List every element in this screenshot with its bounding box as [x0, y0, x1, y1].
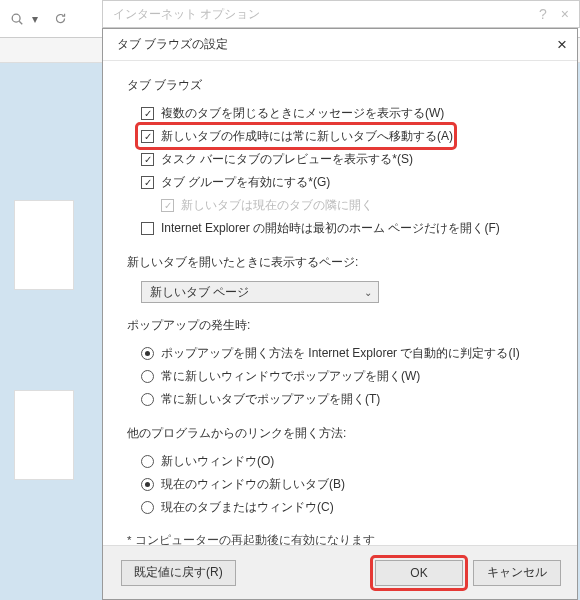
restart-footnote: * コンピューターの再起動後に有効になります [127, 533, 553, 545]
section-links-header: 他のプログラムからのリンクを開く方法: [127, 425, 553, 442]
svg-point-0 [12, 14, 20, 22]
button-bar: 既定値に戻す(R) OK キャンセル [103, 545, 577, 599]
checkbox-switch-new-row[interactable]: 新しいタブの作成時には常に新しいタブへ移動する(A) [127, 125, 553, 148]
radio-icon[interactable] [141, 347, 154, 360]
dialog-titlebar: タブ ブラウズの設定 × [103, 29, 577, 61]
svg-line-1 [19, 21, 22, 24]
radio-links-current-window-new-tab-label: 現在のウィンドウの新しいタブ(B) [161, 476, 345, 493]
bg-tile-1 [14, 200, 74, 290]
section-links: 他のプログラムからのリンクを開く方法: 新しいウィンドウ(O) 現在のウィンドウ… [127, 425, 553, 519]
radio-popup-new-window-row[interactable]: 常に新しいウィンドウでポップアップを開く(W) [127, 365, 553, 388]
checkbox-icon[interactable] [141, 222, 154, 235]
parent-dialog-titlebar: インターネット オプション ? × [102, 0, 580, 28]
radio-links-new-window-row[interactable]: 新しいウィンドウ(O) [127, 450, 553, 473]
radio-icon[interactable] [141, 455, 154, 468]
reset-button[interactable]: 既定値に戻す(R) [121, 560, 236, 586]
checkbox-taskbar-preview-label: タスク バーにタブのプレビューを表示する*(S) [161, 151, 413, 168]
checkbox-home-only-first-row[interactable]: Internet Explorer の開始時は最初のホーム ページだけを開く(F… [127, 217, 553, 240]
radio-popup-auto-row[interactable]: ポップアップを開く方法を Internet Explorer で自動的に判定する… [127, 342, 553, 365]
dialog-content: タブ ブラウズ 複数のタブを閉じるときにメッセージを表示する(W) 新しいタブの… [103, 61, 577, 545]
dialog-title: タブ ブラウズの設定 [117, 36, 228, 53]
section-popup-header: ポップアップの発生時: [127, 317, 553, 334]
radio-links-current-tab-or-window-label: 現在のタブまたはウィンドウ(C) [161, 499, 334, 516]
radio-icon[interactable] [141, 370, 154, 383]
parent-dialog-title: インターネット オプション [113, 6, 260, 23]
tab-settings-dialog: タブ ブラウズの設定 × タブ ブラウズ 複数のタブを閉じるときにメッセージを表… [102, 28, 578, 600]
checkbox-taskbar-preview-row[interactable]: タスク バーにタブのプレビューを表示する*(S) [127, 148, 553, 171]
checkbox-icon[interactable] [141, 130, 154, 143]
section-new-tab-header: 新しいタブを開いたときに表示するページ: [127, 254, 553, 271]
checkbox-enable-groups-row[interactable]: タブ グループを有効にする*(G) [127, 171, 553, 194]
ok-button-wrap: OK [375, 560, 463, 586]
radio-popup-new-tab-label: 常に新しいタブでポップアップを開く(T) [161, 391, 380, 408]
bg-tile-2 [14, 390, 74, 480]
checkbox-switch-new-label: 新しいタブの作成時には常に新しいタブへ移動する(A) [161, 128, 453, 145]
checkbox-icon[interactable] [141, 107, 154, 120]
refresh-icon [54, 12, 68, 26]
ok-button[interactable]: OK [375, 560, 463, 586]
help-icon: ? [539, 6, 547, 22]
checkbox-icon [161, 199, 174, 212]
checkbox-open-next-to-row: 新しいタブは現在のタブの隣に開く [127, 194, 553, 217]
section-tab-browse-header: タブ ブラウズ [127, 77, 553, 94]
close-button[interactable]: × [527, 35, 567, 55]
cancel-button[interactable]: キャンセル [473, 560, 561, 586]
search-icon [10, 12, 24, 26]
section-new-tab: 新しいタブを開いたときに表示するページ: 新しいタブ ページ ⌄ [127, 254, 553, 303]
radio-links-current-window-new-tab-row[interactable]: 現在のウィンドウの新しいタブ(B) [127, 473, 553, 496]
checkbox-home-only-first-label: Internet Explorer の開始時は最初のホーム ページだけを開く(F… [161, 220, 500, 237]
radio-icon[interactable] [141, 478, 154, 491]
section-tab-browse: タブ ブラウズ 複数のタブを閉じるときにメッセージを表示する(W) 新しいタブの… [127, 77, 553, 240]
checkbox-warn-close-label: 複数のタブを閉じるときにメッセージを表示する(W) [161, 105, 444, 122]
checkbox-enable-groups-label: タブ グループを有効にする*(G) [161, 174, 330, 191]
radio-links-new-window-label: 新しいウィンドウ(O) [161, 453, 274, 470]
radio-links-current-tab-or-window-row[interactable]: 現在のタブまたはウィンドウ(C) [127, 496, 553, 519]
section-popup: ポップアップの発生時: ポップアップを開く方法を Internet Explor… [127, 317, 553, 411]
chevron-down-icon: ⌄ [364, 287, 372, 298]
radio-popup-new-tab-row[interactable]: 常に新しいタブでポップアップを開く(T) [127, 388, 553, 411]
checkbox-open-next-to-label: 新しいタブは現在のタブの隣に開く [181, 197, 373, 214]
checkbox-icon[interactable] [141, 176, 154, 189]
checkbox-warn-close-row[interactable]: 複数のタブを閉じるときにメッセージを表示する(W) [127, 102, 553, 125]
new-tab-page-selected: 新しいタブ ページ [150, 284, 249, 301]
radio-popup-new-window-label: 常に新しいウィンドウでポップアップを開く(W) [161, 368, 420, 385]
dropdown-caret-icon: ▾ [32, 12, 46, 26]
radio-popup-auto-label: ポップアップを開く方法を Internet Explorer で自動的に判定する… [161, 345, 520, 362]
new-tab-page-select[interactable]: 新しいタブ ページ ⌄ [141, 281, 379, 303]
checkbox-icon[interactable] [141, 153, 154, 166]
radio-icon[interactable] [141, 501, 154, 514]
radio-icon[interactable] [141, 393, 154, 406]
close-icon: × [561, 6, 569, 22]
